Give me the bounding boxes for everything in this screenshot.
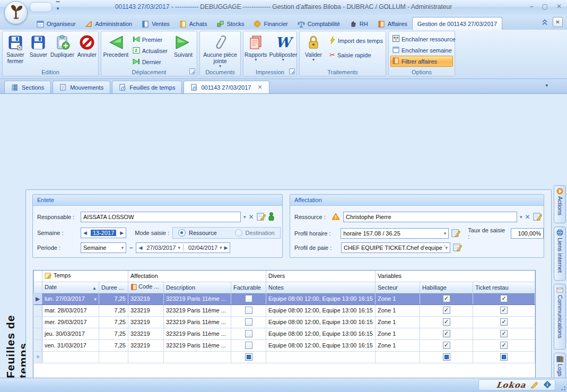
cell-duree[interactable] <box>99 351 128 363</box>
semaine-value[interactable]: 13-2017 <box>91 230 116 236</box>
date-to-value[interactable]: 02/04/2017 <box>186 245 220 251</box>
application-menu-button[interactable] <box>4 1 28 24</box>
cell-date[interactable]: ven. 31/03/2017 <box>42 339 99 351</box>
first-button[interactable]: Premier <box>130 34 170 45</box>
cell-ticket-restau[interactable] <box>473 316 535 328</box>
cell-code[interactable]: 323219 <box>128 304 164 316</box>
cell-code[interactable]: 323219 <box>128 293 164 304</box>
cell-notes[interactable]: Equipe 08:00 12:00, Equipe 13:00 16:15 <box>266 339 376 351</box>
cell-habillage[interactable] <box>420 328 473 339</box>
facturable-checkbox[interactable] <box>245 318 252 326</box>
person-icon[interactable] <box>268 212 274 222</box>
save-button[interactable]: Sauver <box>29 33 48 58</box>
semaine-spinner[interactable]: ◀ 13-2017 ▶ <box>81 228 126 238</box>
attachment-button[interactable]: Aucune pièce jointe ▾ <box>200 33 240 68</box>
cell-code[interactable]: 323219 <box>128 316 164 328</box>
cell-notes[interactable]: Equipe 08:00 12:00, Equipe 13:00 16:15 <box>266 328 376 339</box>
ribbon-tab-comptabilite[interactable]: Comptabilité <box>293 18 345 30</box>
semaine-prev-icon[interactable]: ◀ <box>81 230 89 236</box>
duplicate-button[interactable]: Dupliquer <box>49 33 75 58</box>
refresh-button[interactable]: 2 Actualiser <box>130 45 170 56</box>
col-header-facturable[interactable]: Facturable <box>231 282 266 293</box>
ressource-input[interactable]: Christophe Pierre <box>343 212 517 222</box>
save-close-button[interactable]: Sauver fermer <box>3 33 28 65</box>
ribbon-tab-affaires[interactable]: Affaires <box>373 18 412 30</box>
cell-facturable[interactable] <box>231 339 266 351</box>
responsable-clear-icon[interactable]: ✕ <box>249 213 254 221</box>
ticket-restau-checkbox[interactable] <box>500 318 508 326</box>
cell-notes[interactable]: Equipe 08:00 12:00, Equipe 13:00 16:15 <box>266 316 376 328</box>
table-row[interactable]: ▶ lun. 27/03/2017▾ 7,25 323219 323219 Pa… <box>34 293 535 304</box>
table-row[interactable]: ven. 31/03/2017 7,25 323219 323219 Paris… <box>34 339 535 351</box>
habillage-checkbox[interactable] <box>443 307 450 314</box>
chain-week-button[interactable]: Enchaîner semaine <box>390 45 453 56</box>
cell-date[interactable]: jeu. 30/03/2017 <box>42 328 99 339</box>
impression-dialog-launcher-icon[interactable] <box>289 68 295 74</box>
col-header-secteur[interactable]: Secteur <box>376 282 420 293</box>
doc-tab-close-icon[interactable]: ✕ <box>257 84 262 91</box>
ribbon-tab-organiseur[interactable]: Organiseur <box>32 18 80 30</box>
habillage-checkbox[interactable] <box>443 295 450 302</box>
edit-record-icon[interactable] <box>453 243 462 252</box>
ticket-restau-checkbox[interactable] <box>500 353 508 361</box>
cell-facturable[interactable] <box>231 351 266 363</box>
doc-tab-mouvements[interactable]: Mouvements <box>53 81 110 93</box>
ticket-restau-checkbox[interactable] <box>500 295 508 302</box>
ribbon-tab-administration[interactable]: Administration <box>80 18 137 30</box>
chain-resource-button[interactable]: Enchaîner ressource <box>390 33 453 45</box>
cell-ticket-restau[interactable] <box>473 351 535 363</box>
reports-button[interactable]: Rapports ▾ <box>243 33 268 62</box>
doc-tab-001143-active[interactable]: 001143 27/03/2017 ✕ <box>184 81 269 93</box>
habillage-checkbox[interactable] <box>443 353 450 361</box>
cell-description[interactable]: 323219 Paris 11ème ... <box>164 293 231 304</box>
cell-description[interactable]: 323219 Paris 11ème ... <box>164 316 231 328</box>
facturable-checkbox[interactable] <box>245 342 252 349</box>
doc-tab-feuilles-de-temps[interactable]: Feuilles de temps <box>112 81 182 93</box>
close-document-icon[interactable]: ✕ <box>553 17 563 27</box>
cell-code[interactable] <box>128 351 164 363</box>
cell-habillage[interactable] <box>420 293 473 304</box>
cell-duree[interactable]: 7,25 <box>99 316 128 328</box>
cell-habillage[interactable] <box>420 316 473 328</box>
ressource-dropdown-icon[interactable]: ▾ <box>520 214 522 220</box>
ressource-clear-icon[interactable]: ✕ <box>525 213 530 221</box>
edit-record-icon[interactable] <box>533 212 542 222</box>
periode-select[interactable]: Semaine ▾ <box>81 242 126 253</box>
cell-secteur[interactable]: Zone 1 <box>376 328 420 339</box>
table-row[interactable]: mar. 28/03/2017 7,25 323219 323219 Paris… <box>34 304 535 316</box>
cell-date[interactable] <box>42 351 99 363</box>
next-button[interactable]: Suivant <box>170 33 197 58</box>
ticket-restau-checkbox[interactable] <box>500 342 508 349</box>
range-prev-icon[interactable]: ◀ <box>136 245 144 250</box>
cell-date[interactable]: mer. 29/03/2017 <box>42 316 99 328</box>
cell-code[interactable]: 323219 <box>128 328 164 339</box>
habillage-checkbox[interactable] <box>443 330 450 337</box>
ticket-restau-checkbox[interactable] <box>500 307 508 314</box>
cell-facturable[interactable] <box>231 293 266 304</box>
cell-description[interactable]: 323219 Paris 11ème ... <box>164 304 231 316</box>
close-button[interactable]: ✕ <box>556 3 562 10</box>
responsable-dropdown-icon[interactable]: ▾ <box>243 214 246 220</box>
facturable-checkbox[interactable] <box>245 330 252 337</box>
minimize-button[interactable]: – <box>530 3 534 10</box>
previous-button[interactable]: Precedent <box>101 33 130 58</box>
col-header-date[interactable]: Date▲ <box>42 282 99 293</box>
quick-access-dropdown-icon[interactable]: ▔▾ <box>54 2 62 12</box>
responsable-input[interactable]: AISSATA LOSSOW <box>81 212 241 222</box>
cell-secteur[interactable]: Zone 1 <box>376 339 420 351</box>
filter-affaires-button[interactable]: Filtrer affaires <box>390 56 453 67</box>
ribbon-tab-rh[interactable]: RH <box>345 18 373 30</box>
last-button[interactable]: Dernier <box>130 56 170 67</box>
cell-description[interactable]: 323219 Paris 11ème ... <box>164 339 231 351</box>
cell-duree[interactable]: 7,25 <box>99 328 128 339</box>
cell-duree[interactable]: 7,25 <box>99 293 128 304</box>
cell-facturable[interactable] <box>231 304 266 316</box>
date-dropdown-icon[interactable]: ▾ <box>94 297 97 302</box>
pencil-icon[interactable] <box>530 381 539 389</box>
radio-destination[interactable] <box>235 229 242 237</box>
validate-button[interactable]: Valider ▾ <box>300 33 327 62</box>
side-tab-communications[interactable]: Communications <box>554 284 566 350</box>
date-from-value[interactable]: 27/03/2017 <box>144 245 178 251</box>
profil-horaire-select[interactable]: horaire 157.08 / 36.25 ▾ <box>341 228 449 239</box>
cell-facturable[interactable] <box>231 316 266 328</box>
